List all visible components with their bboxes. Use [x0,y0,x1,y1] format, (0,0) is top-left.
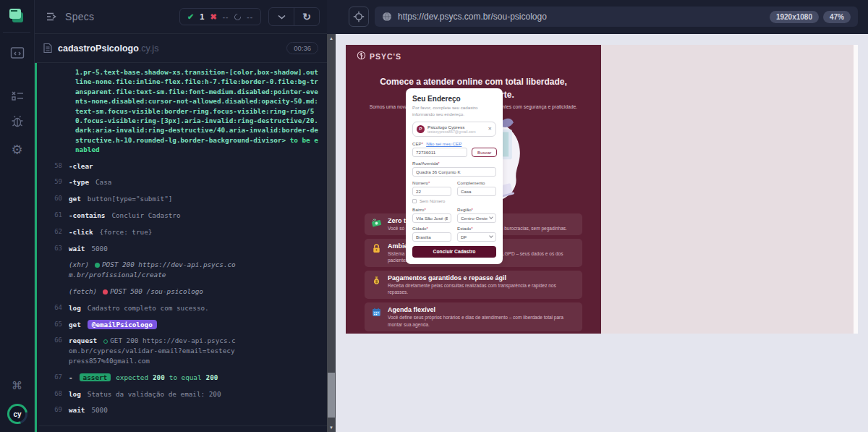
no-number-checkbox[interactable] [412,199,417,203]
command-row[interactable]: 67-assertexpected200to equal200 [37,373,327,383]
command-line-number: 64 [37,303,69,313]
no-number-checkbox-row[interactable]: Sem Número [412,199,496,203]
chip-name: Psicologo Cypress [427,124,476,130]
cep-input[interactable] [412,148,467,157]
network-event-row[interactable]: (fetch)POST 500 /sou-psicologo [37,287,327,297]
reporter-controls: ↻ [268,7,320,26]
calendar-icon [371,307,382,327]
scroll-down-arrow[interactable]: ▼ [327,425,336,430]
command-line-number: 60 [37,194,69,204]
passed-count: 1 [200,12,204,21]
cep-help-link[interactable]: Não sei meu CEP [426,141,461,146]
command-line-number [37,287,69,297]
city-label: Cidade [412,226,427,231]
reporter-scrollbar[interactable]: ▲ ▼ [327,34,336,432]
command-body: (xhr)POST 200 https://dev-api.psycs.com.… [69,260,237,280]
district-input[interactable] [412,213,451,223]
command-row[interactable]: 66requestGET 200 https://dev-api.psycs.c… [37,336,327,365]
checklist-icon[interactable] [10,90,25,102]
command-row[interactable]: 68logStatus da validação de email: 200 [37,389,327,399]
city-input[interactable] [412,232,451,242]
selector-playground-icon [353,11,365,22]
command-row[interactable]: 65get@emailPsicologo [37,320,327,330]
brand-logo[interactable]: PSYC'S [356,51,401,62]
feature-card: $Pagamentos garantidos e repasse ágilRec… [365,271,582,299]
scrollbar-thumb[interactable] [328,373,335,418]
debug-icon[interactable] [10,114,25,129]
scroll-up-arrow[interactable]: ▲ [327,36,336,41]
command-line-number: 58 [37,161,69,171]
test-stats[interactable]: ✔ 1 ✖ -- -- [179,8,261,25]
command-row[interactable]: 62-click{force: true} [37,227,327,237]
complement-input[interactable] [457,187,496,196]
command-row[interactable]: 60getbutton[type="submit"] [37,194,327,204]
command-line-number: 62 [37,227,69,237]
submit-button[interactable]: Concluir Cadastro [412,246,496,258]
command-body: wait5000 [69,405,108,415]
cypress-app-window: ⚙ ⌘ cy Specs ✔ 1 ✖ -- -- [0,0,868,432]
reporter-panel: Specs ✔ 1 ✖ -- -- ↻ [35,0,327,432]
feature-desc: Você define seus próprios horários e dia… [388,314,576,327]
region-select[interactable]: Centro-Oeste [457,213,496,223]
command-body: logStatus da validação de email: 200 [69,389,221,399]
specs-menu-icon[interactable] [46,12,59,22]
chevron-down-icon [489,216,493,220]
failed-count: -- [223,13,229,21]
form-title: Seu Endereço [412,95,496,103]
command-line-number: 68 [37,389,69,399]
svg-text:$: $ [375,279,378,284]
alias-badge[interactable]: @emailPsicologo [88,320,157,329]
brand-tree-icon [356,51,367,62]
code-window-icon[interactable] [10,46,25,59]
command-body: -clear [69,161,100,171]
browsers-icon[interactable] [9,7,26,25]
feature-desc: Receba diretamente pelas consultas reali… [388,282,576,295]
chip-email: testecypress857@gmail.com [427,130,476,134]
command-body: logCadastro completo com sucesso. [69,303,209,313]
aut-url[interactable]: https://dev.psycs.com.br/sou-psicologo [398,12,765,22]
keyboard-shortcuts-icon[interactable]: ⌘ [12,379,22,392]
command-row[interactable]: 61-containsConcluir Cadastro [37,211,327,221]
left-nav: ⚙ ⌘ cy [0,0,35,432]
command-body: -click{force: true} [69,227,152,237]
command-body: get@emailPsicologo [69,320,157,330]
spec-file-row[interactable]: cadastroPsicologo .cy.js 00:36 [35,34,327,63]
test-duration-badge: 00:36 [286,42,318,54]
search-cep-button[interactable]: Buscar [472,148,497,157]
assertion-selector[interactable]: 1.pr-5.text-base.shadow-xs.transition-[c… [75,67,320,155]
feature-card: Agenda flexívelVocê define seus próprios… [365,302,582,331]
rerun-button[interactable]: ↻ [294,8,319,25]
spec-file-name: cadastroPsicologo [58,43,139,54]
reporter-header: Specs ✔ 1 ✖ -- -- ↻ [35,0,327,34]
region-label: Região [457,207,472,212]
app-scrollbar-strip[interactable] [854,45,858,334]
check-icon: ✔ [187,12,194,22]
settings-icon[interactable]: ⚙ [11,142,22,158]
close-icon[interactable]: ✕ [488,126,492,132]
viewport-size-badge: 1920x1080 [770,11,819,23]
district-label: Bairro [412,207,425,212]
network-event-row[interactable]: (xhr)POST 200 https://dev-api.psycs.com.… [37,260,327,280]
number-input[interactable] [412,187,451,196]
spec-file-icon [43,43,52,54]
collapse-button[interactable] [269,8,294,25]
cypress-logo[interactable]: cy [7,404,27,424]
url-bar[interactable]: https://dev.psycs.com.br/sou-psicologo 1… [375,7,858,27]
command-row[interactable]: 63wait5000 [37,244,327,254]
globe-icon [382,12,392,22]
street-label: Rua/Avenida [412,161,438,166]
command-row[interactable]: 69wait5000 [37,405,327,415]
command-body: -typeCasa [69,177,111,187]
state-select[interactable]: DF [457,232,496,242]
command-row[interactable]: 64logCadastro completo com sucesso. [37,303,327,313]
street-input[interactable] [412,167,496,177]
command-line-number: 66 [37,336,69,365]
command-row[interactable]: 59-typeCasa [37,177,327,187]
address-form-card: Seu Endereço Por favor, complete seu cad… [406,88,503,264]
command-row[interactable]: 58-clear [37,161,327,171]
professional-chip[interactable]: P Psicologo Cypress testecypress857@gmai… [412,122,496,137]
command-body: requestGET 200 https://dev-api.psycs.com… [69,336,237,365]
form-subtitle: Por favor, complete seu cadastro informa… [412,105,496,118]
selector-playground-button[interactable] [349,7,369,27]
banknote-icon [371,218,382,232]
